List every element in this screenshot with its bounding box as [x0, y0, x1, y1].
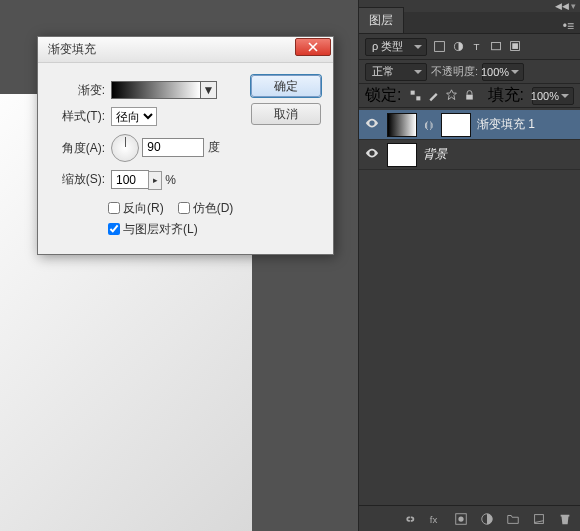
- new-layer-icon[interactable]: [532, 512, 546, 526]
- new-group-icon[interactable]: [506, 512, 520, 526]
- align-label: 与图层对齐(L): [123, 221, 198, 238]
- visibility-toggle[interactable]: [363, 116, 381, 134]
- gradient-preview[interactable]: [111, 81, 201, 99]
- filter-smart-icon[interactable]: [509, 40, 522, 53]
- svg-rect-5: [512, 43, 518, 49]
- tab-layers[interactable]: 图层: [359, 7, 404, 33]
- ok-button[interactable]: 确定: [251, 75, 321, 97]
- layer-style-icon[interactable]: fx: [428, 512, 442, 526]
- lock-fill-row: 锁定: 填充: 100%: [359, 84, 580, 108]
- fill-input[interactable]: 100%: [532, 87, 574, 105]
- lock-icons: [409, 89, 476, 102]
- svg-rect-6: [411, 91, 415, 95]
- layer-filter-row: ρ 类型 T: [359, 34, 580, 60]
- svg-rect-0: [435, 42, 445, 52]
- panel-footer: fx: [359, 505, 580, 531]
- svg-point-11: [458, 516, 463, 521]
- angle-label: 角度(A):: [50, 130, 108, 166]
- gradient-dropdown-arrow[interactable]: ▼: [201, 81, 217, 99]
- lock-all-icon[interactable]: [463, 89, 476, 102]
- layer-row[interactable]: 背景: [359, 140, 580, 170]
- dialog-title: 渐变填充: [48, 41, 96, 58]
- link-layers-icon[interactable]: [402, 512, 416, 526]
- mask-thumbnail[interactable]: [441, 113, 471, 137]
- link-icon[interactable]: ⟬⟭: [423, 119, 435, 131]
- gradient-fill-dialog: 渐变填充 确定 取消 渐变: ▼ 样式(T): 径向: [37, 36, 334, 255]
- close-button[interactable]: [295, 38, 331, 56]
- lock-label: 锁定:: [365, 85, 401, 106]
- layers-panel: ◀◀ ▾ 图层 •≡ ρ 类型 T 正常 不透明度: 100% 锁定: 填充: …: [358, 0, 580, 531]
- svg-text:T: T: [473, 41, 479, 52]
- collapse-icon[interactable]: ◀◀: [555, 1, 569, 11]
- style-dropdown[interactable]: 径向: [111, 107, 157, 126]
- panel-tab-bar: 图层 •≡: [359, 12, 580, 34]
- layer-name[interactable]: 背景: [423, 146, 447, 163]
- lock-transparency-icon[interactable]: [409, 89, 422, 102]
- filter-pixel-icon[interactable]: [433, 40, 446, 53]
- gradient-label: 渐变:: [50, 77, 108, 103]
- angle-dial[interactable]: [111, 134, 139, 162]
- angle-input[interactable]: [142, 138, 204, 157]
- fill-label: 填充:: [488, 85, 524, 106]
- align-checkbox[interactable]: 与图层对齐(L): [108, 221, 321, 238]
- layer-thumbnail[interactable]: [387, 113, 417, 137]
- layer-row[interactable]: ⟬⟭ 渐变填充 1: [359, 110, 580, 140]
- delete-layer-icon[interactable]: [558, 512, 572, 526]
- layers-list: ⟬⟭ 渐变填充 1 背景: [359, 108, 580, 170]
- blend-opacity-row: 正常 不透明度: 100%: [359, 60, 580, 84]
- add-mask-icon[interactable]: [454, 512, 468, 526]
- cancel-button[interactable]: 取消: [251, 103, 321, 125]
- scale-input[interactable]: [111, 170, 149, 189]
- angle-unit: 度: [208, 140, 220, 154]
- filter-shape-icon[interactable]: [490, 40, 503, 53]
- layer-name[interactable]: 渐变填充 1: [477, 116, 535, 133]
- style-label: 样式(T):: [50, 103, 108, 130]
- visibility-toggle[interactable]: [363, 146, 381, 164]
- filter-type-dropdown[interactable]: ρ 类型: [365, 38, 427, 56]
- reverse-label: 反向(R): [123, 200, 164, 217]
- svg-rect-3: [492, 42, 501, 49]
- filter-adjust-icon[interactable]: [452, 40, 465, 53]
- dither-label: 仿色(D): [193, 200, 234, 217]
- svg-rect-7: [417, 96, 421, 100]
- blend-mode-dropdown[interactable]: 正常: [365, 63, 427, 81]
- scale-stepper[interactable]: ▸: [148, 171, 162, 190]
- lock-pixels-icon[interactable]: [427, 89, 440, 102]
- svg-text:fx: fx: [430, 513, 438, 524]
- panel-menu-icon[interactable]: ▾: [571, 1, 576, 11]
- scale-unit: %: [165, 173, 176, 187]
- lock-position-icon[interactable]: [445, 89, 458, 102]
- svg-rect-8: [467, 95, 474, 100]
- filter-icon-bar: T: [433, 40, 522, 53]
- reverse-checkbox[interactable]: 反向(R): [108, 200, 164, 217]
- dither-checkbox[interactable]: 仿色(D): [178, 200, 234, 217]
- filter-type-icon[interactable]: T: [471, 40, 484, 53]
- scale-label: 缩放(S):: [50, 166, 108, 194]
- close-icon: [308, 42, 318, 52]
- opacity-input[interactable]: 100%: [482, 63, 524, 81]
- dialog-titlebar[interactable]: 渐变填充: [38, 37, 333, 63]
- layer-thumbnail[interactable]: [387, 143, 417, 167]
- opacity-label: 不透明度:: [431, 64, 478, 79]
- new-adjustment-icon[interactable]: [480, 512, 494, 526]
- panel-flyout-icon[interactable]: •≡: [557, 19, 580, 33]
